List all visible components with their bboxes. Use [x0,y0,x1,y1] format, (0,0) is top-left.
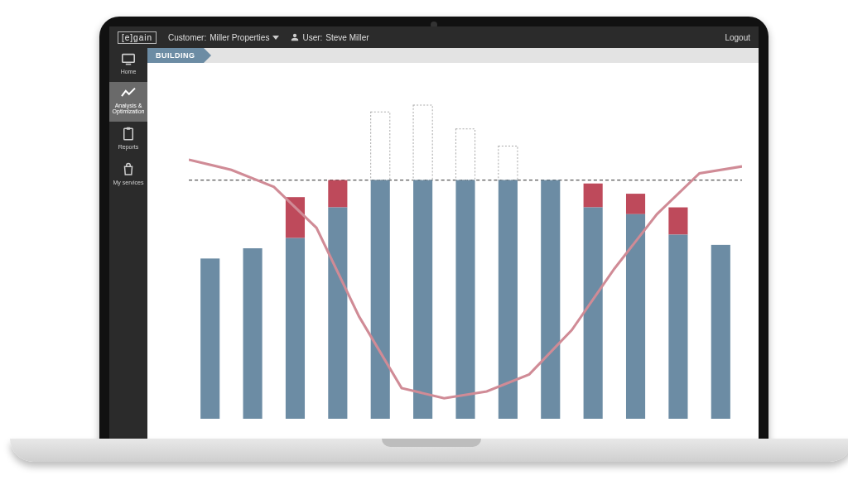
sidebar-item-home[interactable]: Home [109,48,147,82]
user-indicator: User: Steve Miller [291,33,369,42]
bar-outline [455,129,475,180]
app-screen: [e]gain Customer: Miller Properties User… [109,26,759,439]
bar-base [584,208,603,419]
laptop-base [10,439,848,462]
laptop-mock: [e]gain Customer: Miller Properties User… [8,3,840,467]
content-area: BUILDING [147,48,759,439]
svg-rect-3 [127,127,131,130]
sidebar-item-myservices[interactable]: My services [109,157,147,193]
app-body: Home Analysis & Optimization Reports My … [109,48,759,439]
bar-outline [499,146,518,180]
laptop-bezel: [e]gain Customer: Miller Properties User… [99,17,768,449]
bar-extra [626,194,645,214]
bar-extra [286,197,305,238]
chevron-down-icon [272,36,279,40]
bar-base [541,180,560,419]
app-logo: [e]gain [118,31,157,44]
breadcrumb-label: BUILDING [156,51,195,60]
breadcrumb-bar: BUILDING [147,48,759,63]
sidebar-item-label: Reports [118,144,139,150]
bar-extra [328,180,347,208]
user-label: User: [302,33,322,42]
bar-base [711,245,730,419]
sidebar-item-label: My services [113,180,144,185]
svg-rect-0 [123,55,134,63]
bar-base [413,180,432,419]
sidebar-item-label: Home [121,69,137,74]
sidebar-item-reports[interactable]: Reports [109,122,147,157]
bar-outline [371,112,390,180]
bar-base [200,258,219,419]
bar-base [328,208,347,419]
logout-link[interactable]: Logout [725,33,750,42]
customer-dropdown[interactable]: Customer: Miller Properties [168,33,279,42]
energy-chart [189,78,742,419]
top-bar: [e]gain Customer: Miller Properties User… [109,26,759,48]
bar-extra [668,208,687,235]
customer-label: Customer: [168,33,206,42]
sidebar-item-label: Analysis & Optimization [113,103,145,115]
user-value: Steve Miller [325,33,369,42]
laptop-notch [382,439,481,447]
svg-rect-2 [124,128,133,140]
bar-base [243,248,263,419]
bar-base [371,180,390,419]
bar-extra [584,184,603,208]
bar-base [626,214,645,419]
bar-outline [413,105,432,180]
user-icon [291,33,299,41]
sidebar-item-analysis[interactable]: Analysis & Optimization [109,82,147,122]
bar-base [668,235,687,419]
bar-base [455,180,475,419]
bar-base [286,238,305,419]
sidebar: Home Analysis & Optimization Reports My … [109,48,147,439]
svg-rect-1 [126,64,131,65]
breadcrumb[interactable]: BUILDING [147,48,204,63]
customer-value: Miller Properties [210,33,269,42]
